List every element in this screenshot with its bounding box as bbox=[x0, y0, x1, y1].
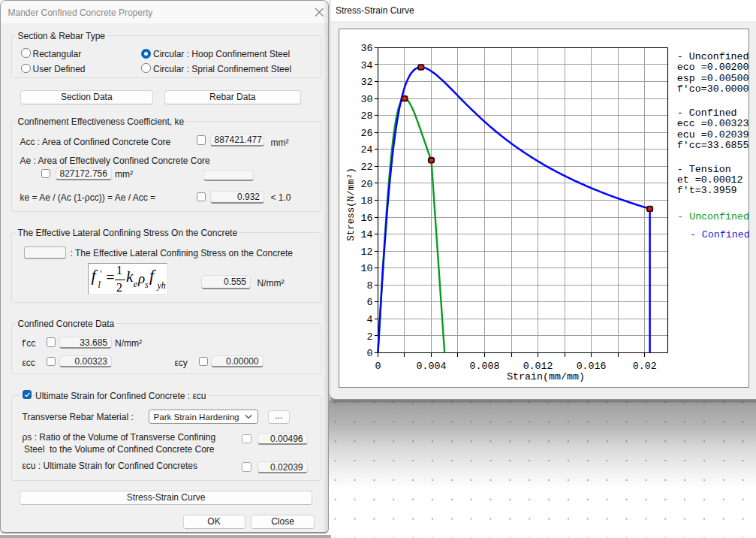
svg-text:esp =0.00500: esp =0.00500 bbox=[677, 73, 749, 84]
svg-text:0.016: 0.016 bbox=[577, 361, 607, 372]
svg-text:et =0.00012: et =0.00012 bbox=[677, 174, 743, 186]
svg-text:16: 16 bbox=[361, 213, 373, 224]
svg-text:- Tension: - Tension bbox=[677, 164, 731, 175]
svg-text:18: 18 bbox=[361, 195, 373, 207]
svg-text:Stress(N/mm²): Stress(N/mm²) bbox=[346, 168, 357, 241]
svg-text:f'co=30.0000: f'co=30.0000 bbox=[677, 83, 749, 95]
svg-text:f'cc=33.6855: f'cc=33.6855 bbox=[677, 140, 749, 151]
svg-text:Strain(mm/mm): Strain(mm/mm) bbox=[507, 371, 585, 382]
svg-text:0: 0 bbox=[367, 348, 373, 359]
svg-text:20: 20 bbox=[361, 179, 373, 190]
svg-text:12: 12 bbox=[361, 246, 373, 258]
svg-text:32: 32 bbox=[361, 77, 373, 88]
svg-text:28: 28 bbox=[361, 110, 373, 122]
svg-text:- Unconfined: - Unconfined bbox=[677, 51, 749, 62]
svg-text:36: 36 bbox=[361, 43, 373, 54]
svg-text:0.012: 0.012 bbox=[523, 361, 553, 372]
svg-text:ecu =0.02039: ecu =0.02039 bbox=[677, 129, 749, 141]
svg-text:4: 4 bbox=[367, 314, 373, 325]
svg-text:24: 24 bbox=[361, 144, 373, 156]
svg-text:22: 22 bbox=[361, 162, 373, 173]
svg-text:34: 34 bbox=[361, 60, 373, 71]
svg-text:0.02: 0.02 bbox=[633, 361, 657, 372]
svg-text:0.004: 0.004 bbox=[417, 361, 447, 372]
svg-text:26: 26 bbox=[361, 128, 373, 139]
svg-text:- Confined: - Confined bbox=[677, 107, 737, 119]
svg-text:8: 8 bbox=[367, 280, 373, 292]
svg-text:0: 0 bbox=[375, 361, 381, 372]
svg-text:eco =0.00200: eco =0.00200 bbox=[677, 62, 749, 73]
svg-text:6: 6 bbox=[367, 297, 373, 308]
svg-text:- Confined: - Confined bbox=[690, 229, 750, 240]
svg-text:- Unconfined: - Unconfined bbox=[677, 211, 749, 222]
svg-text:14: 14 bbox=[361, 229, 373, 240]
svg-text:30: 30 bbox=[361, 94, 373, 105]
svg-text:ecc =0.00323: ecc =0.00323 bbox=[677, 118, 749, 129]
svg-text:10: 10 bbox=[361, 263, 373, 274]
svg-text:2: 2 bbox=[367, 331, 373, 343]
svg-text:0.008: 0.008 bbox=[470, 361, 500, 372]
svg-text:f't=3.3959: f't=3.3959 bbox=[677, 185, 737, 196]
